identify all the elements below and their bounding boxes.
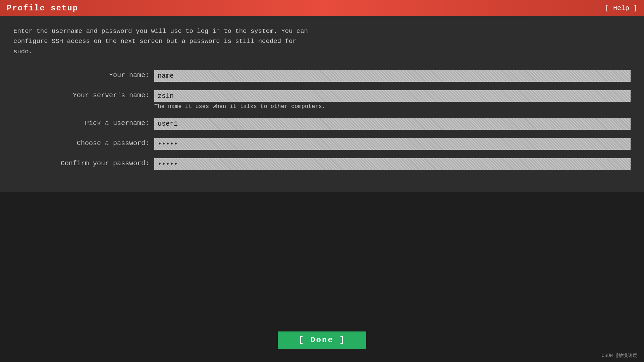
your-name-field-group bbox=[154, 70, 631, 82]
your-name-row: Your name: bbox=[13, 70, 631, 82]
done-button[interactable]: [ Done ] bbox=[278, 331, 366, 349]
your-name-input[interactable] bbox=[154, 70, 631, 82]
confirm-password-field-group bbox=[154, 158, 631, 170]
form-container: Your name: Your server's name: The name … bbox=[13, 67, 631, 182]
description-line2: configure SSH access on the next screen … bbox=[13, 38, 297, 45]
server-name-hint: The name it uses when it talks to other … bbox=[154, 103, 631, 110]
header-bar: Profile setup [ Help ] bbox=[0, 0, 644, 16]
confirm-password-label: Confirm your password: bbox=[13, 158, 154, 167]
main-content: Enter the username and password you will… bbox=[0, 16, 644, 192]
watermark: CSDN @放慢速度 bbox=[602, 353, 637, 359]
screen: Profile setup [ Help ] Enter the usernam… bbox=[0, 0, 644, 362]
server-name-row: Your server's name: The name it uses whe… bbox=[13, 90, 631, 110]
username-input[interactable] bbox=[154, 118, 631, 130]
help-button[interactable]: [ Help ] bbox=[605, 4, 637, 12]
username-label: Pick a username: bbox=[13, 118, 154, 127]
password-input[interactable] bbox=[154, 138, 631, 150]
description-text: Enter the username and password you will… bbox=[13, 26, 631, 57]
confirm-password-input[interactable] bbox=[154, 158, 631, 170]
server-name-label: Your server's name: bbox=[13, 90, 154, 99]
your-name-label: Your name: bbox=[13, 70, 154, 79]
bottom-area: [ Done ] bbox=[0, 331, 644, 349]
username-field-group bbox=[154, 118, 631, 130]
description-line1: Enter the username and password you will… bbox=[13, 27, 308, 35]
server-name-input[interactable] bbox=[154, 90, 631, 102]
password-field-group bbox=[154, 138, 631, 150]
username-row: Pick a username: bbox=[13, 118, 631, 130]
server-name-field-group: The name it uses when it talks to other … bbox=[154, 90, 631, 110]
password-row: Choose a password: bbox=[13, 138, 631, 150]
confirm-password-row: Confirm your password: bbox=[13, 158, 631, 170]
description-line3: sudo. bbox=[13, 48, 33, 55]
password-label: Choose a password: bbox=[13, 138, 154, 147]
page-title: Profile setup bbox=[7, 4, 78, 13]
